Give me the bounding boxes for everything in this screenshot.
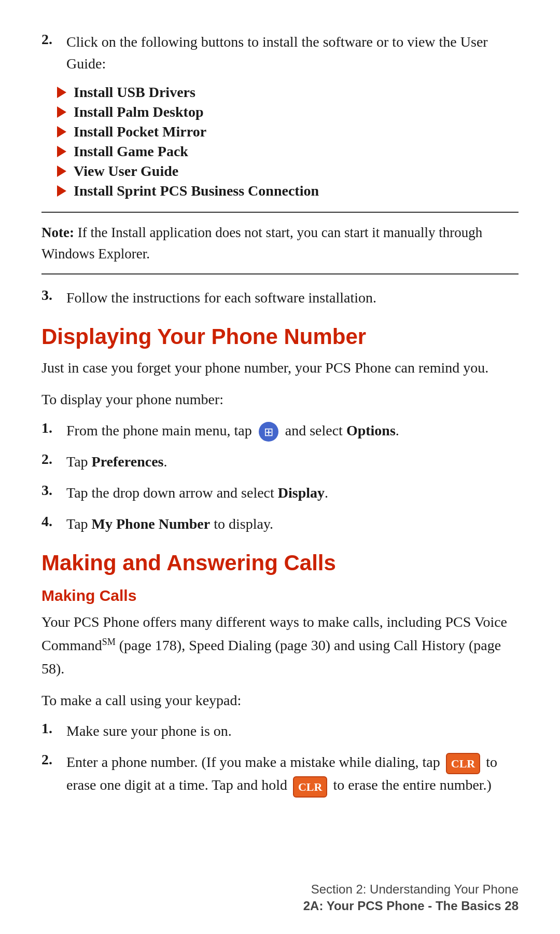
step-3-text: Follow the instructions for each softwar… <box>66 287 519 309</box>
arrow-icon <box>57 166 66 177</box>
list-item: Install Game Pack <box>57 143 519 160</box>
making-step-2: 2. Enter a phone number. (If you make a … <box>41 751 519 797</box>
step-3-block: 3. Follow the instructions for each soft… <box>41 287 519 309</box>
making-answering-calls-heading: Making and Answering Calls <box>41 551 519 575</box>
bullet-item-label: Install Pocket Mirror <box>74 123 206 140</box>
step-text: Tap Preferences. <box>66 451 519 473</box>
displaying-step-1: 1. From the phone main menu, tap and sel… <box>41 420 519 442</box>
software-bullet-list: Install USB Drivers Install Palm Desktop… <box>57 84 519 199</box>
step-text: Tap the drop down arrow and select Displ… <box>66 482 519 504</box>
myphone-bold: My Phone Number <box>92 516 211 532</box>
note-label: Note: <box>41 225 74 240</box>
clr-button-2: CLR <box>293 776 327 798</box>
bullet-item-label: Install Sprint PCS Business Connection <box>74 183 319 199</box>
list-item: Install Palm Desktop <box>57 104 519 120</box>
display-bold: Display <box>278 485 325 501</box>
making-calls-intro: Your PCS Phone offers many different way… <box>41 611 519 680</box>
step-text: Make sure your phone is on. <box>66 720 519 742</box>
superscript-sm: SM <box>102 637 116 647</box>
step-2-block: 2. Click on the following buttons to ins… <box>41 31 519 75</box>
step-3-number: 3. <box>41 287 66 304</box>
making-step-1: 1. Make sure your phone is on. <box>41 720 519 742</box>
step-2-number: 2. <box>41 31 66 48</box>
menu-icon <box>259 422 278 442</box>
step-2-text: Click on the following buttons to instal… <box>66 31 519 75</box>
note-text: If the Install application does not star… <box>41 225 482 262</box>
arrow-icon <box>57 146 66 157</box>
displaying-sub-intro: To display your phone number: <box>41 388 519 411</box>
displaying-step-2: 2. Tap Preferences. <box>41 451 519 473</box>
arrow-icon <box>57 87 66 98</box>
clr-button-1: CLR <box>446 753 480 774</box>
displaying-step-3: 3. Tap the drop down arrow and select Di… <box>41 482 519 504</box>
preferences-bold: Preferences <box>92 454 164 470</box>
page-footer: Section 2: Understanding Your Phone 2A: … <box>41 882 519 913</box>
arrow-icon <box>57 185 66 197</box>
list-item: Install Pocket Mirror <box>57 123 519 140</box>
bullet-item-label: Install Palm Desktop <box>74 104 203 120</box>
step-num: 1. <box>41 720 66 737</box>
options-bold: Options <box>346 422 396 438</box>
step-text: Enter a phone number. (If you make a mis… <box>66 751 519 797</box>
note-block: Note: If the Install application does no… <box>41 212 519 274</box>
step-text: From the phone main menu, tap and select… <box>66 420 519 442</box>
step-text: Tap My Phone Number to display. <box>66 513 519 535</box>
bullet-item-label: Install USB Drivers <box>74 84 195 101</box>
list-item: View User Guide <box>57 163 519 180</box>
arrow-icon <box>57 106 66 118</box>
displaying-phone-number-heading: Displaying Your Phone Number <box>41 324 519 349</box>
displaying-step-4: 4. Tap My Phone Number to display. <box>41 513 519 535</box>
bullet-item-label: View User Guide <box>74 163 178 180</box>
step-num: 3. <box>41 482 66 499</box>
step-num: 2. <box>41 451 66 468</box>
arrow-icon <box>57 126 66 138</box>
displaying-intro: Just in case you forget your phone numbe… <box>41 356 519 380</box>
footer-section-label: Section 2: Understanding Your Phone <box>41 882 519 897</box>
step-num: 4. <box>41 513 66 530</box>
list-item: Install Sprint PCS Business Connection <box>57 183 519 199</box>
footer-page-info: 2A: Your PCS Phone - The Basics 28 <box>41 899 519 913</box>
making-calls-sub-intro: To make a call using your keypad: <box>41 689 519 712</box>
list-item: Install USB Drivers <box>57 84 519 101</box>
step-num: 2. <box>41 751 66 768</box>
making-calls-subheading: Making Calls <box>41 587 519 605</box>
bullet-item-label: Install Game Pack <box>74 143 188 160</box>
step-num: 1. <box>41 420 66 436</box>
